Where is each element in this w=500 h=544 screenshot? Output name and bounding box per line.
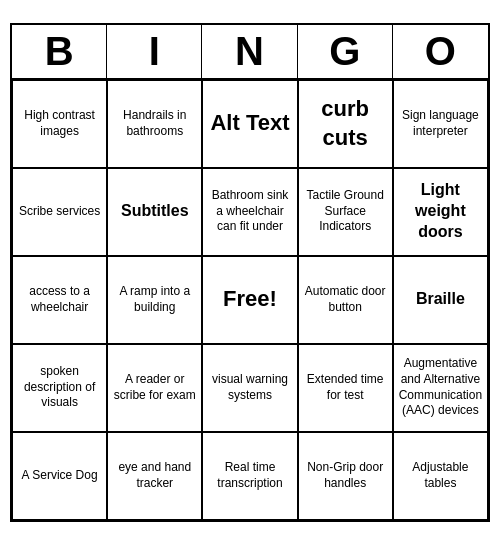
cell-text: Bathroom sink a wheelchair can fit under <box>207 188 292 235</box>
cell-text: A Service Dog <box>22 468 98 484</box>
bingo-cell: Extended time for test <box>298 344 393 432</box>
bingo-cell: visual warning systems <box>202 344 297 432</box>
cell-text: Sign language interpreter <box>398 108 483 139</box>
cell-text: eye and hand tracker <box>112 460 197 491</box>
header-letter: O <box>393 25 488 80</box>
bingo-cell: Handrails in bathrooms <box>107 80 202 168</box>
cell-text: Free! <box>223 285 277 314</box>
cell-text: access to a wheelchair <box>17 284 102 315</box>
bingo-cell: Sign language interpreter <box>393 80 488 168</box>
bingo-cell: High contrast images <box>12 80 107 168</box>
bingo-cell: eye and hand tracker <box>107 432 202 520</box>
cell-text: High contrast images <box>17 108 102 139</box>
bingo-grid: High contrast imagesHandrails in bathroo… <box>12 80 488 520</box>
cell-text: A ramp into a building <box>112 284 197 315</box>
cell-text: Alt Text <box>210 109 289 138</box>
bingo-cell: Augmentative and Alternative Communicati… <box>393 344 488 432</box>
bingo-cell: Braille <box>393 256 488 344</box>
header-letter: B <box>12 25 107 80</box>
cell-text: spoken description of visuals <box>17 364 102 411</box>
bingo-cell: A reader or scribe for exam <box>107 344 202 432</box>
cell-text: Light weight doors <box>398 180 483 242</box>
bingo-cell: Real time transcription <box>202 432 297 520</box>
bingo-cell: spoken description of visuals <box>12 344 107 432</box>
bingo-cell: curb cuts <box>298 80 393 168</box>
bingo-cell: Bathroom sink a wheelchair can fit under <box>202 168 297 256</box>
bingo-cell: A Service Dog <box>12 432 107 520</box>
cell-text: Braille <box>416 289 465 310</box>
bingo-cell: access to a wheelchair <box>12 256 107 344</box>
bingo-cell: Alt Text <box>202 80 297 168</box>
bingo-cell: Subtitles <box>107 168 202 256</box>
cell-text: Subtitles <box>121 201 189 222</box>
bingo-header: BINGO <box>12 25 488 80</box>
cell-text: visual warning systems <box>207 372 292 403</box>
header-letter: I <box>107 25 202 80</box>
cell-text: Automatic door button <box>303 284 388 315</box>
cell-text: Non-Grip door handles <box>303 460 388 491</box>
cell-text: A reader or scribe for exam <box>112 372 197 403</box>
cell-text: Handrails in bathrooms <box>112 108 197 139</box>
cell-text: curb cuts <box>303 95 388 152</box>
cell-text: Scribe services <box>19 204 100 220</box>
cell-text: Adjustable tables <box>398 460 483 491</box>
bingo-cell: A ramp into a building <box>107 256 202 344</box>
bingo-cell: Scribe services <box>12 168 107 256</box>
cell-text: Tactile Ground Surface Indicators <box>303 188 388 235</box>
bingo-cell: Light weight doors <box>393 168 488 256</box>
bingo-cell: Automatic door button <box>298 256 393 344</box>
bingo-cell: Adjustable tables <box>393 432 488 520</box>
bingo-cell: Non-Grip door handles <box>298 432 393 520</box>
cell-text: Real time transcription <box>207 460 292 491</box>
cell-text: Extended time for test <box>303 372 388 403</box>
cell-text: Augmentative and Alternative Communicati… <box>398 356 483 418</box>
bingo-card: BINGO High contrast imagesHandrails in b… <box>10 23 490 522</box>
bingo-cell: Free! <box>202 256 297 344</box>
header-letter: N <box>202 25 297 80</box>
bingo-cell: Tactile Ground Surface Indicators <box>298 168 393 256</box>
header-letter: G <box>298 25 393 80</box>
